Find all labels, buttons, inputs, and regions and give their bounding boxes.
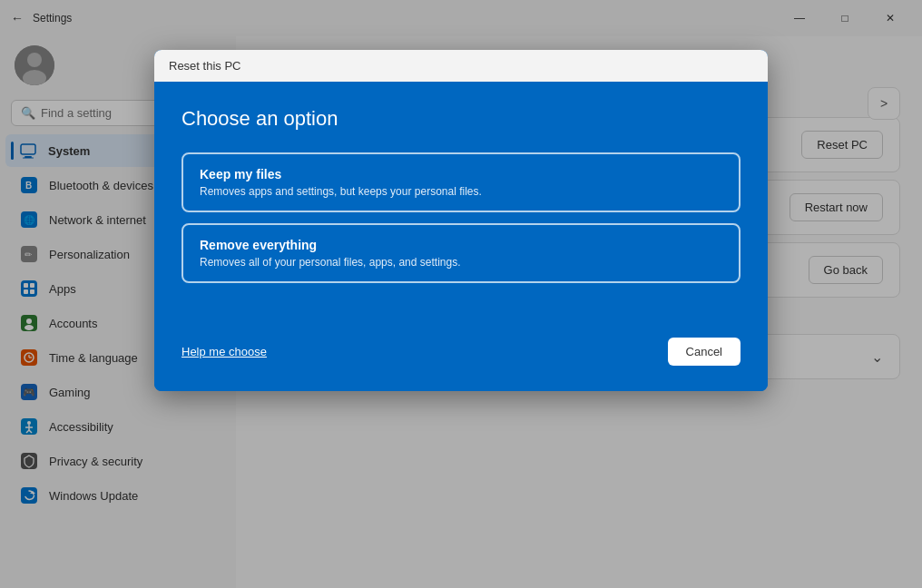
keep-files-option[interactable]: Keep my files Removes apps and settings,… bbox=[181, 152, 741, 212]
modal-header: Reset this PC bbox=[154, 50, 768, 82]
modal-overlay: Reset this PC Choose an option Keep my f… bbox=[0, 0, 922, 588]
modal-body: Choose an option Keep my files Removes a… bbox=[154, 82, 768, 319]
modal-title: Choose an option bbox=[181, 107, 741, 131]
reset-modal: Reset this PC Choose an option Keep my f… bbox=[154, 50, 768, 391]
cancel-button[interactable]: Cancel bbox=[668, 338, 741, 366]
keep-files-desc: Removes apps and settings, but keeps you… bbox=[200, 185, 722, 198]
modal-footer: Help me choose Cancel bbox=[154, 319, 768, 391]
keep-files-title: Keep my files bbox=[200, 167, 722, 181]
remove-everything-desc: Removes all of your personal files, apps… bbox=[200, 256, 722, 269]
remove-everything-option[interactable]: Remove everything Removes all of your pe… bbox=[181, 223, 741, 283]
help-me-choose-link[interactable]: Help me choose bbox=[181, 345, 267, 358]
remove-everything-title: Remove everything bbox=[200, 238, 722, 252]
